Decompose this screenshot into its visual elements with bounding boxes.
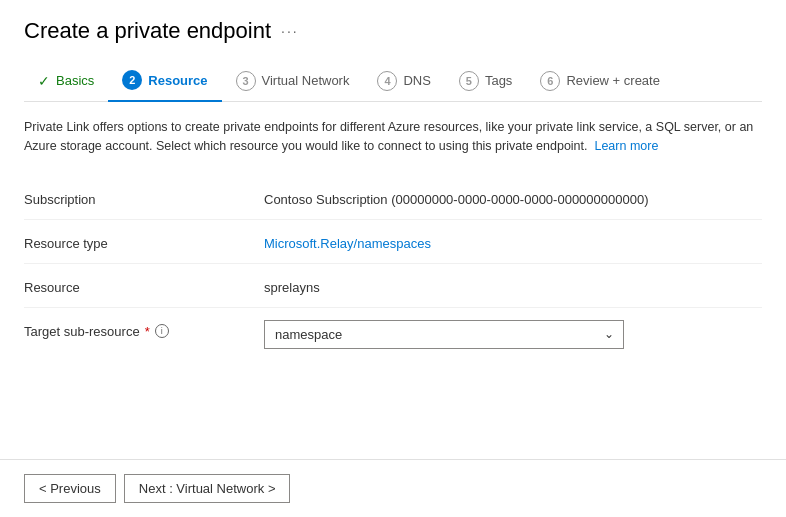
title-row: Create a private endpoint ··· <box>24 18 762 44</box>
learn-more-link[interactable]: Learn more <box>594 139 658 153</box>
target-sub-resource-dropdown-container: namespace ⌄ <box>264 320 624 349</box>
checkmark-icon: ✓ <box>38 73 50 89</box>
next-button[interactable]: Next : Virtual Network > <box>124 474 291 503</box>
step-resource-label: Resource <box>148 73 207 88</box>
main-content: Create a private endpoint ··· ✓ Basics 2… <box>0 0 786 459</box>
resource-type-value[interactable]: Microsoft.Relay/namespaces <box>264 232 431 251</box>
resource-row: Resource sprelayns <box>24 264 762 308</box>
previous-button[interactable]: < Previous <box>24 474 116 503</box>
steps-nav: ✓ Basics 2 Resource 3 Virtual Network 4 … <box>24 62 762 102</box>
step-review-number: 6 <box>540 71 560 91</box>
resource-type-label: Resource type <box>24 232 264 251</box>
info-icon[interactable]: i <box>155 324 169 338</box>
page-title: Create a private endpoint <box>24 18 271 44</box>
step-virtual-network[interactable]: 3 Virtual Network <box>222 63 364 101</box>
subscription-value: Contoso Subscription (00000000-0000-0000… <box>264 188 649 207</box>
info-text: Private Link offers options to create pr… <box>24 118 762 156</box>
resource-label: Resource <box>24 276 264 295</box>
target-sub-resource-row: Target sub-resource * i namespace ⌄ <box>24 308 762 361</box>
step-basics-label: Basics <box>56 73 94 88</box>
step-dns-label: DNS <box>403 73 430 88</box>
step-tags-number: 5 <box>459 71 479 91</box>
page-container: Create a private endpoint ··· ✓ Basics 2… <box>0 0 786 517</box>
required-star: * <box>145 324 150 339</box>
step-dns[interactable]: 4 DNS <box>363 63 444 101</box>
step-review-label: Review + create <box>566 73 660 88</box>
step-basics[interactable]: ✓ Basics <box>24 65 108 99</box>
step-vnet-number: 3 <box>236 71 256 91</box>
step-review-create[interactable]: 6 Review + create <box>526 63 674 101</box>
step-vnet-label: Virtual Network <box>262 73 350 88</box>
form-section: Subscription Contoso Subscription (00000… <box>24 176 762 361</box>
footer: < Previous Next : Virtual Network > <box>0 459 786 517</box>
target-sub-resource-label: Target sub-resource * i <box>24 320 264 339</box>
resource-value: sprelayns <box>264 276 320 295</box>
resource-type-row: Resource type Microsoft.Relay/namespaces <box>24 220 762 264</box>
target-sub-resource-select[interactable]: namespace <box>264 320 624 349</box>
subscription-row: Subscription Contoso Subscription (00000… <box>24 176 762 220</box>
ellipsis-menu[interactable]: ··· <box>281 23 299 39</box>
subscription-label: Subscription <box>24 188 264 207</box>
step-resource-number: 2 <box>122 70 142 90</box>
step-tags-label: Tags <box>485 73 512 88</box>
target-sub-resource-label-text: Target sub-resource <box>24 324 140 339</box>
step-dns-number: 4 <box>377 71 397 91</box>
step-tags[interactable]: 5 Tags <box>445 63 526 101</box>
step-resource[interactable]: 2 Resource <box>108 62 221 102</box>
